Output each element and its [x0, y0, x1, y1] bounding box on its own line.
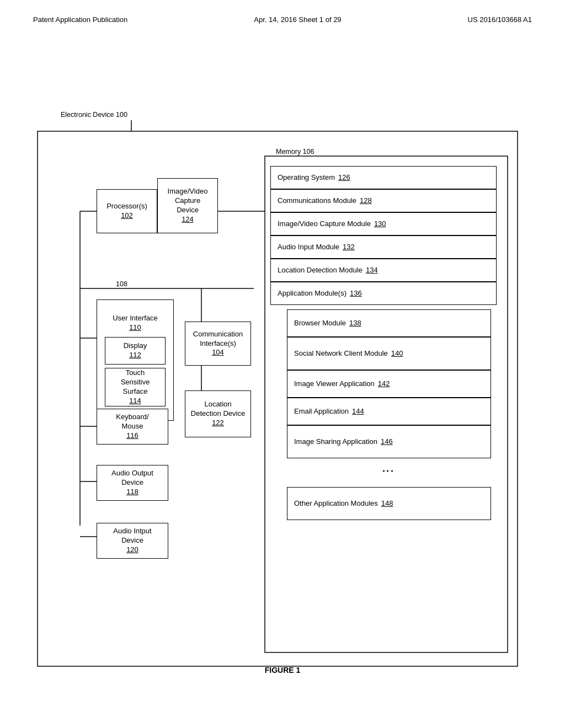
snc-ref: 140 [391, 349, 403, 358]
ivcm-ref: 130 [374, 220, 386, 229]
touch-surface-box: Touch Sensitive Surface 114 [105, 368, 166, 406]
browser-module-box: Browser Module 138 [287, 309, 491, 337]
comm-module-box: Communications Module 128 [270, 189, 497, 212]
figure-label: FIGURE 1 [0, 666, 565, 675]
ldd-line1: Location [204, 400, 231, 409]
aod-ref: 118 [126, 488, 138, 497]
ivd-line3: Device [177, 206, 199, 215]
ci-line2: Interface(s) [200, 339, 236, 349]
ivd-ref: 124 [182, 215, 194, 224]
ui-label: User Interface [113, 314, 158, 323]
processor-ref: 102 [121, 211, 133, 221]
aid-line2: Device [121, 536, 143, 545]
tss-ref: 114 [129, 397, 141, 406]
bus-label: 108 [116, 280, 127, 288]
iva-ref: 142 [378, 379, 390, 389]
km-ref: 116 [126, 431, 138, 441]
header-right: US 2016/103668 A1 [468, 15, 532, 24]
image-video-device-box: Image/Video Capture Device 124 [157, 178, 218, 233]
social-network-box: Social Network Client Module 140 [287, 337, 491, 370]
location-module-box: Location Detection Module 134 [270, 259, 497, 282]
audio-input-box: Audio Intput Device 120 [97, 523, 168, 559]
other-app-modules-box: Other Application Modules 148 [287, 487, 491, 520]
isa-ref: 146 [381, 437, 393, 447]
header-left: Patent Application Publication [33, 15, 127, 24]
isa-label: Image Sharing Application [294, 437, 377, 447]
diagram-area: Electronic Device 100 Memory 106 108 Pro… [0, 29, 565, 691]
location-device-box: Location Detection Device 122 [185, 390, 251, 437]
ivcm-box: Image/Video Capture Module 130 [270, 212, 497, 235]
memory-label: Memory 106 [276, 148, 314, 156]
km-line1: Keyboard/ [116, 413, 148, 422]
cm-label: Communications Module [278, 196, 356, 206]
os-box: Operating System 126 [270, 166, 497, 189]
tss-line2: Sensitive [121, 378, 150, 387]
oam-label: Other Application Modules [294, 499, 378, 508]
snc-label: Social Network Client Module [294, 349, 388, 358]
header-middle: Apr. 14, 2016 Sheet 1 of 29 [254, 15, 341, 24]
aim-ref: 132 [343, 243, 355, 252]
km-line2: Mouse [121, 422, 143, 431]
keyboard-mouse-box: Keyboard/ Mouse 116 [97, 409, 168, 445]
ea-label: Email Application [294, 407, 349, 416]
display-box: Display 112 [105, 337, 166, 365]
aim-label: Audio Input Module [278, 243, 339, 252]
ldm-ref: 134 [366, 266, 378, 275]
aid-line1: Audio Intput [113, 527, 151, 536]
oam-ref: 148 [381, 499, 393, 508]
comm-interfaces-box: Communication Interface(s) 104 [185, 322, 251, 366]
page-header: Patent Application Publication Apr. 14, … [0, 0, 565, 24]
iva-label: Image Viewer Application [294, 379, 375, 389]
aod-line2: Device [121, 478, 143, 488]
am-ref: 136 [350, 289, 362, 298]
ivd-line2: Capture [175, 196, 200, 206]
audio-output-box: Audio Output Device 118 [97, 465, 168, 501]
email-app-box: Email Application 144 [287, 398, 491, 425]
ldd-line2: Detection Device [191, 409, 245, 419]
bm-ref: 138 [349, 319, 361, 328]
electronic-device-label: Electronic Device 100 [61, 111, 127, 119]
os-ref: 126 [338, 173, 350, 183]
ivd-line1: Image/Video [168, 187, 208, 196]
image-sharing-box: Image Sharing Application 146 [287, 425, 491, 458]
processor-label: Processor(s) [106, 202, 147, 211]
aid-ref: 120 [126, 545, 138, 555]
ui-ref: 110 [129, 323, 141, 333]
am-label: Application Module(s) [278, 289, 347, 298]
display-label: Display [124, 341, 147, 351]
tss-line1: Touch [126, 368, 145, 378]
ldm-label: Location Detection Module [278, 266, 363, 275]
ea-ref: 144 [352, 407, 364, 416]
image-viewer-box: Image Viewer Application 142 [287, 370, 491, 398]
ivcm-label: Image/Video Capture Module [278, 220, 371, 229]
bm-label: Browser Module [294, 319, 346, 328]
cm-ref: 128 [360, 196, 372, 206]
display-ref: 112 [129, 351, 141, 360]
tss-line3: Surface [123, 387, 148, 397]
processor-box: Processor(s) 102 [97, 189, 157, 233]
os-label: Operating System [278, 173, 335, 183]
aod-line1: Audio Output [111, 469, 153, 478]
ldd-ref: 122 [212, 419, 224, 428]
ellipsis: ⋮ [381, 465, 395, 479]
app-modules-box: Application Module(s) 136 [270, 282, 497, 305]
user-interface-box: User Interface 110 Display 112 Touch Sen… [97, 299, 174, 421]
ci-ref: 104 [212, 348, 224, 357]
audio-input-module-box: Audio Input Module 132 [270, 235, 497, 259]
ci-line1: Communication [193, 330, 243, 339]
